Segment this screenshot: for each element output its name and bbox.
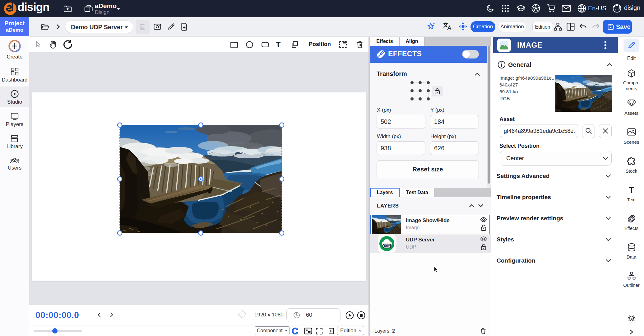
- svg-text:UDP: UDP: [384, 245, 390, 248]
